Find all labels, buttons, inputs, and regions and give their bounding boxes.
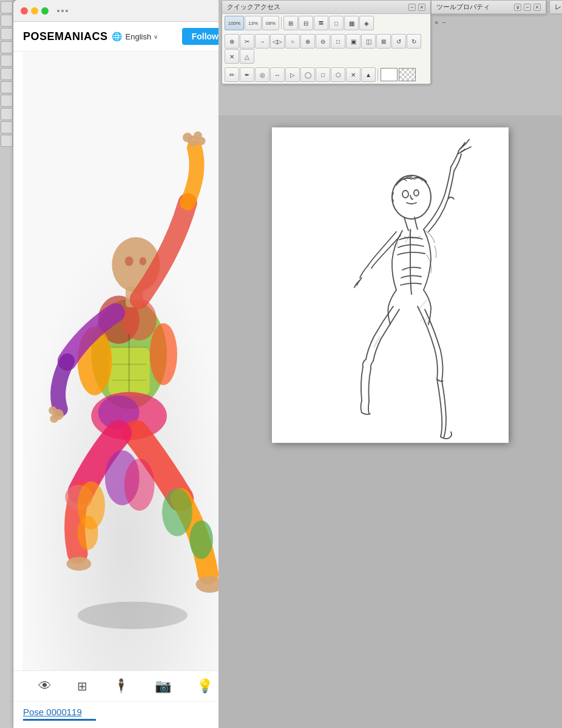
pose-id-label[interactable]: Pose 0000119: [23, 707, 82, 717]
sidebar-strip-item[interactable]: [1, 81, 13, 93]
prev-next-btn[interactable]: ◁▷: [270, 34, 285, 49]
more-options[interactable]: [57, 10, 68, 12]
redo-btn[interactable]: ↻: [407, 34, 421, 49]
layers-titlebar: レイヤー ∨: [550, 1, 562, 14]
maximize-button[interactable]: [41, 7, 49, 15]
tool-props-titlebar: ツールプロパティ ∨ − ×: [432, 1, 546, 14]
pose-image-container: [13, 52, 238, 670]
zoom-13-btn[interactable]: 13%: [245, 16, 262, 30]
zoom-100-btn[interactable]: 100%: [225, 16, 244, 30]
window-close-icon[interactable]: ×: [435, 19, 438, 26]
sidebar-strip-item[interactable]: [1, 28, 13, 40]
svg-point-10: [140, 257, 146, 266]
hex-btn[interactable]: ⬡: [331, 67, 345, 82]
crosshair-btn[interactable]: ⊠: [376, 34, 391, 49]
light-icon[interactable]: 💡: [197, 678, 213, 694]
ellipse-btn[interactable]: ◯: [300, 67, 315, 82]
tool-props-close-btn[interactable]: ×: [533, 4, 541, 11]
panel-row-2: × −: [431, 17, 562, 28]
select-btn[interactable]: ⊕: [225, 34, 239, 49]
primary-color-swatch[interactable]: [381, 68, 398, 81]
sidebar-strip-item[interactable]: [1, 121, 13, 133]
tool-props-minimize-btn[interactable]: −: [524, 4, 531, 11]
svg-point-32: [78, 516, 98, 550]
pattern-btn[interactable]: ▦: [344, 16, 359, 30]
rect-btn[interactable]: □: [331, 34, 345, 49]
circle-btn[interactable]: ○: [285, 34, 300, 49]
undo-btn[interactable]: ↺: [391, 34, 406, 49]
canvas-area: [218, 115, 562, 728]
separator: [281, 17, 282, 29]
window-minimize-icon[interactable]: −: [442, 19, 445, 26]
transparent-color-swatch[interactable]: [399, 68, 416, 81]
anatomy-figure-svg: [13, 52, 238, 670]
crop-adjust-icon[interactable]: ⊞: [77, 679, 87, 693]
ruler-btn[interactable]: ⊟: [299, 16, 313, 30]
logo-area: POSEMANIACS 🌐 English ∨: [23, 30, 158, 43]
tool-props-expand-btn[interactable]: ∨: [514, 4, 521, 11]
traffic-lights: [21, 7, 49, 15]
close-button[interactable]: [21, 7, 28, 15]
figure-icon[interactable]: 🕴: [113, 678, 129, 694]
sidebar-strip-item[interactable]: [1, 95, 13, 107]
play-btn[interactable]: ▷: [285, 67, 300, 82]
svg-point-9: [125, 257, 134, 266]
split-btn[interactable]: ◫: [361, 34, 376, 49]
globe-icon: 🌐: [112, 32, 122, 41]
transform-btn[interactable]: ◈: [359, 16, 374, 30]
camera-icon[interactable]: 📷: [155, 678, 171, 694]
panel-close-btn[interactable]: ×: [418, 4, 425, 11]
site-header: POSEMANIACS 🌐 English ∨ Follow: [13, 22, 238, 52]
pen-btn[interactable]: ✒: [240, 67, 254, 82]
pose-footer: Pose 0000119: [13, 701, 238, 728]
svg-point-18: [50, 414, 58, 423]
sidebar-strip-item[interactable]: [1, 41, 13, 53]
pose-toolbar: 👁 ⊞ 🕴 📷 💡: [13, 670, 238, 701]
layers-panel: レイヤー ∨: [549, 0, 562, 15]
eraser-btn[interactable]: ✕: [346, 67, 361, 82]
zoom-08-btn[interactable]: 08%: [262, 16, 279, 30]
svg-point-7: [150, 323, 177, 385]
chevron-down-icon: ∨: [154, 33, 158, 40]
sidebar-strip-item[interactable]: [1, 55, 13, 67]
sidebar-strip-item[interactable]: [1, 1, 13, 13]
arrow-btn[interactable]: →: [255, 34, 269, 49]
snap-btn[interactable]: 〓: [314, 16, 328, 30]
language-selector[interactable]: English ∨: [126, 32, 158, 41]
quick-access-panel: クイックアクセス − × 100% 13% 08% ⊞ ⊟ 〓 □ ▦ ◈ ⊕ …: [222, 0, 431, 84]
toolbar-row-3: ✏ ✒ ◎ ↔ ▷ ◯ □ ⬡ ✕ ▲: [222, 66, 430, 84]
brush-btn[interactable]: ◎: [255, 67, 269, 82]
svg-point-29: [124, 459, 155, 511]
shape2-btn[interactable]: ▲: [361, 67, 376, 82]
svg-rect-34: [272, 127, 509, 443]
minimize-button[interactable]: [31, 7, 38, 15]
sidebar-strip-item[interactable]: [1, 135, 13, 147]
grid-btn[interactable]: ⊞: [283, 16, 298, 30]
frame-btn[interactable]: □: [329, 16, 344, 30]
layers-title: レイヤー: [555, 2, 562, 12]
fill-btn[interactable]: ▣: [346, 34, 361, 49]
separator2: [377, 69, 378, 81]
zoom-out-btn[interactable]: ⊖: [316, 34, 330, 49]
sidebar-strip-item[interactable]: [1, 15, 13, 27]
quick-access-titlebar: クイックアクセス − ×: [222, 1, 430, 14]
zoom-in-btn[interactable]: ⊕: [300, 34, 315, 49]
toolbar-row-1: 100% 13% 08% ⊞ ⊟ 〓 □ ▦ ◈: [222, 14, 430, 32]
left-sidebar-strip: [0, 0, 13, 728]
sidebar-strip-item[interactable]: [1, 68, 13, 80]
clear-btn[interactable]: ✕: [225, 49, 239, 64]
drawing-canvas[interactable]: [272, 127, 509, 443]
square-btn[interactable]: □: [316, 67, 330, 82]
pencil-btn[interactable]: ✏: [225, 67, 239, 82]
sidebar-strip-item[interactable]: [1, 108, 13, 120]
tool-props-panel: ツールプロパティ ∨ − ×: [431, 0, 546, 15]
triangle-btn[interactable]: △: [240, 49, 254, 64]
eye-icon[interactable]: 👁: [38, 678, 52, 694]
move-btn[interactable]: ↔: [270, 67, 285, 82]
left-panel: POSEMANIACS 🌐 English ∨ Follow: [13, 0, 238, 728]
tool-props-title: ツールプロパティ: [436, 2, 490, 12]
svg-point-1: [78, 602, 188, 629]
right-panel: クイックアクセス − × 100% 13% 08% ⊞ ⊟ 〓 □ ▦ ◈ ⊕ …: [218, 0, 562, 728]
panel-minimize-btn[interactable]: −: [408, 4, 416, 11]
cut-btn[interactable]: ✂: [240, 34, 254, 49]
